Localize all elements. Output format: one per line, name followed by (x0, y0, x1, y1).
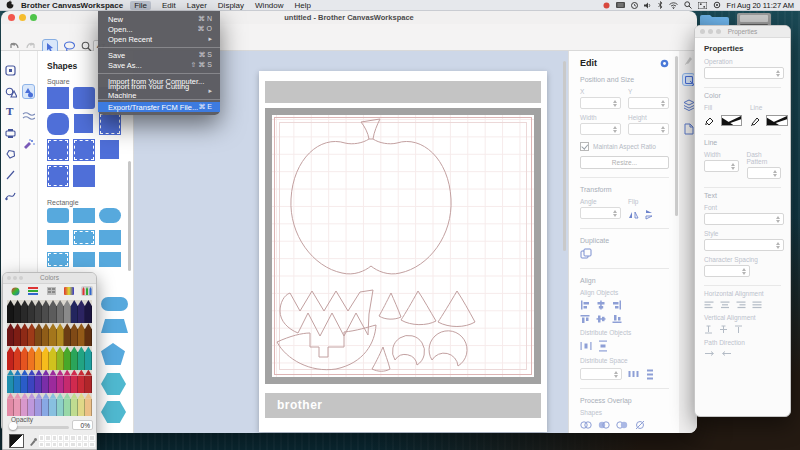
shape-swatch[interactable] (73, 113, 95, 135)
pencil-color[interactable] (21, 352, 28, 369)
shape-swatch[interactable] (47, 252, 69, 267)
file-menu-item[interactable]: Save As...⇧ ⌘ S (98, 60, 220, 70)
align-center-h-icon[interactable] (596, 300, 606, 310)
file-menu-item[interactable]: Export/Transfer FCM File...⌘ E (98, 102, 220, 112)
pencils-icon[interactable] (81, 286, 93, 296)
minimize-button[interactable] (19, 14, 26, 21)
shape-swatch[interactable] (47, 87, 69, 109)
pencil-color[interactable] (28, 376, 35, 393)
close-button[interactable] (8, 14, 15, 21)
pencil-color[interactable] (28, 306, 35, 323)
menu-display[interactable]: Display (218, 1, 244, 10)
pencil-color[interactable] (71, 399, 78, 416)
tab-pages-panel[interactable] (684, 123, 694, 135)
pencil-color[interactable] (42, 352, 49, 369)
shape-swatch[interactable] (47, 208, 69, 223)
shape-swatch[interactable] (101, 297, 128, 311)
pencil-color[interactable] (64, 399, 71, 416)
shape-swatch[interactable] (101, 401, 126, 423)
swatch-cell[interactable] (64, 442, 69, 448)
file-menu-item[interactable]: New⌘ N (98, 14, 220, 24)
y-input[interactable] (628, 97, 669, 109)
align-top-icon[interactable] (580, 314, 590, 324)
pencil-color[interactable] (14, 352, 21, 369)
pencil-color[interactable] (21, 329, 28, 346)
saved-swatch-grid[interactable] (39, 435, 95, 447)
pencil-color[interactable] (35, 329, 42, 346)
pencil-color[interactable] (21, 399, 28, 416)
pencil-color[interactable] (57, 399, 64, 416)
swatch-cell[interactable] (83, 442, 88, 448)
x-input[interactable] (580, 97, 621, 109)
shape-swatch[interactable] (101, 373, 126, 395)
operation-select[interactable] (704, 67, 784, 79)
swatch-cell[interactable] (89, 442, 94, 448)
swatch-cell[interactable] (52, 442, 57, 448)
shape-swatch[interactable] (101, 343, 125, 365)
file-menu-item[interactable]: Open...⌘ O (98, 24, 220, 34)
pencil-color[interactable] (7, 306, 14, 323)
control-center-icon[interactable] (698, 2, 707, 9)
intersect-icon[interactable] (616, 420, 628, 430)
path-ltr-icon[interactable] (704, 350, 715, 357)
text-align-left-icon[interactable] (704, 301, 714, 309)
menu-layer[interactable]: Layer (187, 1, 207, 10)
shapes-tool-icon[interactable] (5, 87, 17, 98)
pencil-color[interactable] (14, 306, 21, 323)
eyedropper-icon[interactable] (29, 436, 37, 446)
pencil-color[interactable] (85, 399, 92, 416)
app-menu-title[interactable]: Brother CanvasWorkspace (21, 1, 123, 10)
duplicate-icon[interactable] (580, 248, 592, 260)
curve-tool-icon[interactable] (5, 191, 16, 201)
file-menu-item[interactable]: Import from Your Cutting Machine▸ (98, 86, 220, 96)
swatch-cell[interactable] (39, 442, 44, 448)
pencil-color[interactable] (49, 306, 56, 323)
weld-icon[interactable] (580, 420, 592, 430)
valign-top-icon[interactable] (734, 325, 743, 334)
pencil-color[interactable] (85, 352, 92, 369)
swatch-cell[interactable] (70, 442, 75, 448)
shape-swatch[interactable] (73, 208, 95, 223)
pencil-color[interactable] (42, 306, 49, 323)
swatch-cell[interactable] (52, 435, 57, 441)
volume-icon[interactable] (644, 2, 652, 9)
swatch-cell[interactable] (77, 442, 82, 448)
swatch-cell[interactable] (45, 442, 50, 448)
line-color-swatch[interactable] (766, 115, 788, 126)
pencil-color[interactable] (78, 352, 85, 369)
shape-swatch[interactable] (73, 165, 95, 187)
pencil-color[interactable] (71, 329, 78, 346)
swatch-cell[interactable] (70, 435, 75, 441)
pencil-color[interactable] (35, 376, 42, 393)
resize-button[interactable]: Resize... (580, 156, 669, 169)
pin-icon[interactable] (660, 59, 669, 68)
space-v-icon[interactable] (645, 369, 655, 380)
category-decor-icon[interactable] (22, 139, 35, 149)
shape-swatch[interactable] (101, 319, 128, 333)
valign-middle-icon[interactable] (719, 325, 728, 334)
dash-pattern-select[interactable] (747, 167, 782, 179)
record-status-icon[interactable] (603, 2, 610, 9)
pencil-color[interactable] (71, 306, 78, 323)
keyboard-status-icon[interactable] (616, 2, 625, 8)
shape-swatch[interactable] (47, 165, 69, 187)
artboard-tool-icon[interactable] (5, 65, 16, 76)
shapes-scrollbar[interactable] (128, 161, 131, 271)
flip-vertical-icon[interactable] (645, 209, 654, 220)
pencil-color[interactable] (64, 329, 71, 346)
pencil-color[interactable] (7, 329, 14, 346)
divide-icon[interactable] (634, 420, 646, 430)
pencil-color[interactable] (42, 329, 49, 346)
swatch-cell[interactable] (39, 435, 44, 441)
character-spacing-input[interactable] (704, 265, 750, 277)
pencil-color[interactable] (78, 306, 85, 323)
line-tool-icon[interactable] (5, 170, 16, 180)
menu-window[interactable]: Window (255, 1, 283, 10)
shape-swatch[interactable] (73, 230, 95, 245)
spotlight-icon[interactable] (684, 1, 692, 9)
edit-panel-scrollbar[interactable] (675, 56, 678, 216)
file-menu-item[interactable]: Open Recent▸ (98, 34, 220, 44)
clock-status-icon[interactable] (631, 2, 638, 9)
swatch-cell[interactable] (58, 442, 63, 448)
shape-swatch[interactable] (73, 252, 95, 267)
